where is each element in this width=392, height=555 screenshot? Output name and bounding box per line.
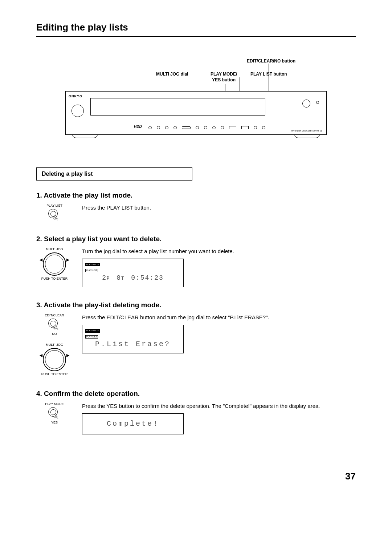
play-list-button-icon: PLAY LIST ☟ — [46, 204, 62, 221]
step-4-body: Press the YES button to confirm the dele… — [82, 402, 356, 410]
lcd-display-2: PLAY MODE PLAY LIST P.List Erase? — [82, 325, 184, 353]
button-icon — [316, 101, 319, 104]
lcd-segment-text: Complete! — [86, 419, 180, 429]
device-diagram: EDIT/CLEAR/NO button MULTI JOG dial PLAY… — [65, 58, 327, 135]
device-panel: ONKYO HDD HARD DISK MUSIC LIBRARY MB-S1 — [65, 91, 327, 135]
callout-multi-jog: MULTI JOG dial — [156, 72, 188, 77]
step-3-heading: 3. Activate the play-list deleting mode. — [36, 301, 356, 309]
step-3: 3. Activate the play-list deleting mode.… — [36, 301, 356, 376]
display-window — [90, 98, 265, 116]
step-4: 4. Confirm the delete operation. PLAY MO… — [36, 390, 356, 434]
play-mode-yes-button-icon: PLAY MODE ☟ YES — [45, 402, 64, 424]
jog-knob-icon — [302, 100, 310, 108]
callout-play-mode-yes: PLAY MODE/ YES button — [211, 72, 237, 83]
multi-jog-dial-icon: MULTI JOG ◄ ► PUSH TO ENTER — [40, 343, 69, 376]
step-2-heading: 2. Select a play list you want to delete… — [36, 235, 356, 243]
lcd-display-3: Complete! — [82, 413, 184, 434]
model-label: HARD DISK MUSIC LIBRARY MB-S1 — [291, 130, 322, 132]
page-number: 37 — [36, 471, 356, 482]
hdd-label: HDD — [134, 125, 142, 129]
step-3-body: Press the EDIT/CLEAR button and turn the… — [82, 313, 356, 321]
step-2-body: Turn the jog dial to select a play list … — [82, 247, 356, 255]
page-title: Editing the play lists — [36, 22, 356, 37]
lcd-segment-text: 2P — [102, 274, 110, 283]
edit-clear-button-icon: EDIT/CLEAR ☟ NO — [45, 313, 64, 336]
callout-edit-clear-no: EDIT/CLEAR/NO button — [247, 58, 295, 64]
bottom-button-row — [148, 126, 320, 129]
step-1-body: Press the PLAY LIST button. — [82, 204, 356, 211]
step-2: 2. Select a play list you want to delete… — [36, 235, 356, 288]
section-box: Deleting a play list — [36, 167, 192, 181]
brand-label: ONKYO — [69, 94, 82, 98]
step-4-heading: 4. Confirm the delete operation. — [36, 390, 356, 398]
lcd-segment-text: P.List Erase? — [85, 339, 180, 349]
step-1: 1. Activate the play list mode. PLAY LIS… — [36, 191, 356, 221]
standby-knob-icon — [72, 105, 84, 117]
lcd-display-1: PLAY MODE PLAY LIST 2P 8T 0:54:23 — [82, 259, 184, 288]
step-1-heading: 1. Activate the play list mode. — [36, 191, 356, 199]
section-box-title: Deleting a play list — [42, 171, 187, 177]
finger-press-icon: ☟ — [51, 213, 60, 224]
multi-jog-dial-icon: MULTI JOG ◄ ► PUSH TO ENTER — [40, 247, 69, 280]
